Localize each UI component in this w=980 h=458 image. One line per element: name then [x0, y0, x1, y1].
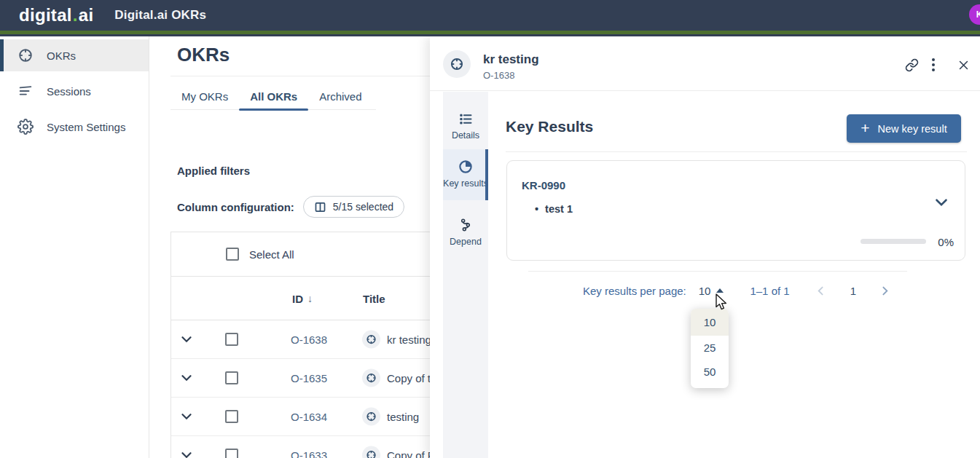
- drawer-side-nav: Details Key results Depend: [443, 92, 488, 458]
- divider: [506, 151, 967, 152]
- row-title[interactable]: Copy of t: [387, 372, 431, 384]
- expand-row-chevron-icon[interactable]: [179, 370, 195, 386]
- drawer-nav-dependencies[interactable]: Depend: [443, 210, 488, 256]
- active-indicator-bar: [0, 39, 4, 71]
- top-bar: digital.ai Digital.ai OKRs K: [0, 0, 980, 31]
- bullet-dot: •: [535, 203, 538, 215]
- expand-row-chevron-icon[interactable]: [179, 331, 195, 347]
- row-title[interactable]: testing: [387, 411, 419, 423]
- row-checkbox[interactable]: [225, 333, 238, 346]
- expand-card-chevron-icon[interactable]: [932, 193, 951, 212]
- expand-row-chevron-icon[interactable]: [179, 447, 195, 458]
- tab-all-okrs[interactable]: All OKRs: [239, 83, 308, 109]
- okr-tabs: My OKRs All OKRs Archived: [170, 83, 376, 110]
- row-checkbox[interactable]: [225, 449, 238, 458]
- sidebar-item-sessions[interactable]: Sessions: [0, 75, 149, 107]
- sidebar: OKRs Sessions System Settings: [0, 36, 149, 458]
- target-icon: [17, 47, 34, 63]
- dependencies-branch-icon: [458, 217, 474, 233]
- column-header-title[interactable]: Title: [363, 292, 385, 304]
- drawer-nav-label: Key results: [443, 178, 488, 190]
- sidebar-item-okrs[interactable]: OKRs: [0, 39, 149, 71]
- drawer-nav-details[interactable]: Details: [443, 103, 488, 149]
- row-id[interactable]: O-1638: [291, 333, 327, 346]
- per-page-caret-up-icon[interactable]: [716, 288, 724, 293]
- sidebar-item-label: OKRs: [47, 50, 76, 62]
- user-avatar[interactable]: K: [969, 4, 980, 25]
- select-all-label: Select All: [249, 248, 294, 261]
- per-page-option-25[interactable]: 25: [691, 336, 729, 360]
- drawer-nav-key-results[interactable]: Key results: [443, 149, 488, 201]
- avatar-initial: K: [976, 9, 980, 20]
- key-results-section-title: Key Results: [506, 118, 593, 135]
- drawer-subtitle-id: O-1638: [483, 70, 514, 81]
- drawer-nav-label: Depend: [450, 237, 482, 248]
- more-options-kebab-icon[interactable]: [926, 58, 941, 72]
- key-result-bullet-row: • test 1: [535, 203, 573, 215]
- drawer-nav-label: Details: [452, 130, 479, 142]
- gear-icon: [17, 119, 34, 135]
- close-icon[interactable]: [956, 58, 971, 72]
- sidebar-item-system-settings[interactable]: System Settings: [0, 111, 149, 143]
- key-result-title[interactable]: test 1: [545, 203, 573, 215]
- objective-target-icon: [362, 408, 380, 426]
- details-list-icon: [458, 111, 474, 127]
- sort-descending-icon[interactable]: ↓: [307, 293, 313, 304]
- next-page-chevron-icon[interactable]: [878, 284, 891, 297]
- column-header-id-label: ID: [292, 292, 303, 304]
- pagination-bar: Key results per page: 10 1–1 of 1 1: [583, 280, 891, 301]
- sidebar-item-label: System Settings: [47, 121, 125, 133]
- progress-bar: [861, 239, 926, 244]
- row-checkbox[interactable]: [225, 410, 238, 423]
- okr-detail-drawer: kr testing O-1638 Details: [430, 36, 980, 458]
- plus-icon: +: [861, 119, 869, 137]
- row-id[interactable]: O-1633: [291, 449, 327, 458]
- sessions-icon: [17, 83, 34, 99]
- logo-text-part1: digital: [19, 5, 72, 25]
- pagination-range-label: 1–1 of 1: [750, 285, 789, 297]
- per-page-value[interactable]: 10: [699, 285, 711, 297]
- progress-percent-label: 0%: [938, 236, 954, 248]
- new-key-result-label: New key result: [878, 123, 947, 135]
- row-title[interactable]: Copy of P: [387, 449, 435, 458]
- row-title[interactable]: kr testing: [387, 333, 431, 346]
- column-configuration-chip[interactable]: 5/15 selected: [303, 196, 404, 218]
- current-page-number[interactable]: 1: [850, 285, 856, 297]
- tab-label: All OKRs: [250, 90, 297, 103]
- column-header-id[interactable]: ID ↓: [292, 292, 313, 304]
- key-result-id[interactable]: KR-0990: [522, 179, 565, 192]
- row-id[interactable]: O-1635: [291, 372, 327, 384]
- drawer-header: kr testing O-1638: [430, 36, 980, 91]
- logo-text-part2: ai: [79, 5, 94, 25]
- per-page-label: Key results per page:: [583, 285, 686, 297]
- previous-page-chevron-icon[interactable]: [815, 284, 828, 297]
- objective-target-icon: [443, 50, 471, 78]
- objective-target-icon: [362, 331, 380, 349]
- per-page-option-10[interactable]: 10: [691, 309, 729, 336]
- copy-link-icon[interactable]: [904, 58, 919, 72]
- tab-my-okrs[interactable]: My OKRs: [170, 83, 239, 109]
- tab-archived[interactable]: Archived: [308, 83, 372, 109]
- tab-label: Archived: [319, 90, 361, 103]
- brand-stripe-shadow: [0, 34, 980, 36]
- objective-target-icon: [362, 446, 380, 458]
- drawer-title: kr testing: [483, 52, 539, 67]
- column-configuration-label: Column configuration:: [177, 201, 294, 213]
- row-id[interactable]: O-1634: [291, 411, 327, 423]
- key-results-pie-icon: [458, 159, 474, 175]
- column-configuration-value: 5/15 selected: [333, 201, 393, 213]
- key-result-card: KR-0990 • test 1 0%: [506, 160, 965, 261]
- columns-icon: [314, 201, 326, 213]
- expand-row-chevron-icon[interactable]: [179, 408, 195, 425]
- select-all-checkbox[interactable]: [226, 248, 239, 261]
- app-window: digital.ai Digital.ai OKRs K OKRs Sessio…: [0, 0, 980, 458]
- new-key-result-button[interactable]: + New key result: [847, 114, 961, 143]
- logo-dot: .: [73, 5, 78, 25]
- digitalai-logo: digital.ai: [19, 5, 93, 25]
- per-page-option-50[interactable]: 50: [691, 360, 729, 384]
- row-checkbox[interactable]: [225, 371, 238, 384]
- app-title: Digital.ai OKRs: [114, 8, 206, 23]
- sidebar-item-label: Sessions: [47, 85, 91, 98]
- divider: [528, 271, 907, 272]
- per-page-dropdown-menu: 10 25 50: [691, 309, 729, 388]
